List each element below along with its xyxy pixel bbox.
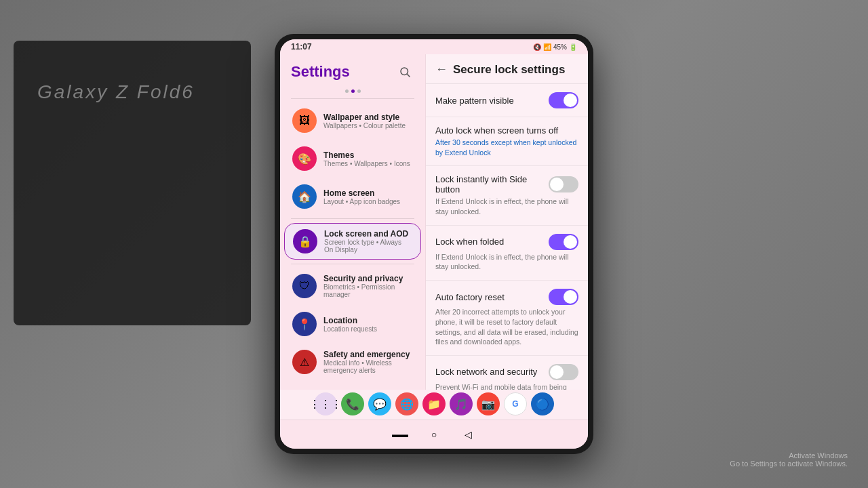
wallpaper-title: Wallpaper and style <box>323 113 413 122</box>
auto-factory-reset-subtitle: After 20 incorrect attempts to unlock yo… <box>435 307 578 347</box>
lock-icon: 🔒 <box>293 229 317 253</box>
mute-icon: 🔇 <box>533 43 541 51</box>
dock-app-phone[interactable]: 📞 <box>341 392 364 415</box>
battery-text: 45% <box>553 43 567 51</box>
dock-app-google[interactable]: G <box>504 392 527 415</box>
auto-lock-row: Auto lock when screen turns off <box>435 125 578 136</box>
make-pattern-row: Make pattern visible <box>435 92 578 108</box>
lock-screen-subtitle: Screen lock type • Always On Display <box>324 239 412 253</box>
settings-panel: Settings 🖼 <box>280 54 426 390</box>
lock-network-toggle[interactable] <box>549 364 578 380</box>
back-nav-button[interactable]: ◁ <box>458 424 478 445</box>
make-pattern-visible-item: Make pattern visible <box>426 84 588 117</box>
status-bar: 11:07 🔇 📶 45% 🔋 <box>280 39 588 54</box>
lock-when-folded-subtitle: If Extend Unlock is in effect, the phone… <box>435 252 578 272</box>
status-icons: 🔇 📶 45% 🔋 <box>533 43 577 51</box>
dock-app-music[interactable]: 🎵 <box>450 392 473 415</box>
location-text: Location Location requests <box>323 316 413 333</box>
location-subtitle: Location requests <box>323 325 413 333</box>
auto-lock-title: Auto lock when screen turns off <box>435 125 578 136</box>
wallpaper-icon: 🖼 <box>292 108 317 133</box>
lock-instantly-subtitle: If Extend Unlock is in effect, the phone… <box>435 197 578 216</box>
lock-settings-title: Secure lock settings <box>453 63 565 77</box>
dock-app-camera[interactable]: 📷 <box>477 392 500 415</box>
wallpaper-text: Wallpaper and style Wallpapers • Colour … <box>323 113 413 129</box>
lock-screen-title: Lock screen and AOD <box>324 229 412 239</box>
settings-item-lock-screen[interactable]: 🔒 Lock screen and AOD Screen lock type •… <box>284 223 421 260</box>
security-text: Security and privacy Biometrics • Permis… <box>323 274 413 298</box>
wallpaper-subtitle: Wallpapers • Colour palette <box>323 122 413 129</box>
samsung-label: Galaxy Z Fold6 <box>37 81 195 103</box>
section-divider-2 <box>291 264 414 264</box>
safety-title: Safety and emergency <box>323 350 413 359</box>
activate-windows-notice: Activate Windows Go to Settings to activ… <box>730 451 848 468</box>
battery-icon: 🔋 <box>569 43 577 51</box>
dock-app-grid[interactable]: ⋮⋮⋮ <box>314 392 337 415</box>
lock-when-folded-toggle[interactable] <box>549 234 578 250</box>
auto-factory-reset-toggle[interactable] <box>549 289 578 305</box>
location-icon: 📍 <box>292 312 317 336</box>
safety-subtitle: Medical info • Wireless emergency alerts <box>323 359 413 374</box>
lock-instantly-row: Lock instantly with Side button <box>435 174 578 195</box>
dot-3 <box>357 89 361 93</box>
recent-apps-button[interactable]: ▬▬ <box>390 424 410 445</box>
security-title: Security and privacy <box>323 274 413 283</box>
dot-2 <box>351 89 355 93</box>
back-button[interactable]: ← <box>435 62 448 77</box>
security-subtitle: Biometrics • Permission manager <box>323 283 413 298</box>
home-title: Home screen <box>323 188 413 198</box>
svg-line-1 <box>407 74 410 77</box>
home-icon: 🏠 <box>292 184 317 209</box>
lock-when-folded-row: Lock when folded <box>435 234 578 250</box>
home-text: Home screen Layout • App icon badges <box>323 188 413 205</box>
section-divider-top <box>291 98 414 99</box>
settings-item-themes[interactable]: 🎨 Themes Themes • Wallpapers • Icons <box>284 141 421 176</box>
phone-screen: 11:07 🔇 📶 45% 🔋 Settings <box>280 39 588 449</box>
auto-factory-reset-title: Auto factory reset <box>435 292 549 302</box>
safety-icon: ⚠ <box>292 350 317 374</box>
safety-text: Safety and emergency Medical info • Wire… <box>323 350 413 374</box>
lock-screen-text: Lock screen and AOD Screen lock type • A… <box>324 229 412 253</box>
content-area: Settings 🖼 <box>280 54 588 390</box>
security-icon: 🛡 <box>292 274 317 298</box>
settings-item-wallpaper[interactable]: 🖼 Wallpaper and style Wallpapers • Colou… <box>284 103 421 138</box>
search-button[interactable] <box>395 62 414 81</box>
themes-title: Themes <box>323 150 413 160</box>
pagination-dots <box>280 87 425 96</box>
lock-instantly-toggle[interactable] <box>549 176 578 192</box>
activate-line2: Go to Settings to activate Windows. <box>730 460 848 468</box>
make-pattern-title: Make pattern visible <box>435 96 549 106</box>
auto-factory-reset-row: Auto factory reset <box>435 289 578 305</box>
activate-line1: Activate Windows <box>730 451 848 460</box>
lock-when-folded-title: Lock when folded <box>435 237 549 247</box>
svg-point-0 <box>401 68 408 75</box>
phone-frame: 11:07 🔇 📶 45% 🔋 Settings <box>275 34 593 454</box>
settings-title: Settings <box>291 63 350 81</box>
settings-item-location[interactable]: 📍 Location Location requests <box>284 306 421 342</box>
signal-icon: 📶 <box>543 43 551 51</box>
themes-icon: 🎨 <box>292 146 317 171</box>
section-divider-mid <box>291 218 414 219</box>
nav-bar: ▬▬ ○ ◁ <box>280 420 588 449</box>
auto-lock-subtitle: After 30 seconds except when kept unlock… <box>435 138 578 157</box>
dock-app-folder[interactable]: 📁 <box>422 392 446 415</box>
location-title: Location <box>323 316 413 325</box>
themes-text: Themes Themes • Wallpapers • Icons <box>323 150 413 167</box>
app-dock: ⋮⋮⋮ 📞 💬 🌐 📁 🎵 📷 G 🔵 <box>280 390 588 420</box>
secure-lock-settings-panel: ← Secure lock settings Make pattern visi… <box>426 54 588 390</box>
auto-lock-item[interactable]: Auto lock when screen turns off After 30… <box>426 117 588 166</box>
lock-instantly-item: Lock instantly with Side button If Exten… <box>426 166 588 225</box>
home-button[interactable]: ○ <box>424 424 444 445</box>
settings-item-safety[interactable]: ⚠ Safety and emergency Medical info • Wi… <box>284 344 421 380</box>
settings-item-home-screen[interactable]: 🏠 Home screen Layout • App icon badges <box>284 179 421 214</box>
settings-item-security[interactable]: 🛡 Security and privacy Biometrics • Perm… <box>284 268 421 304</box>
lock-settings-header: ← Secure lock settings <box>426 54 588 84</box>
dot-1 <box>345 89 349 93</box>
dock-app-samsung[interactable]: 🔵 <box>531 392 554 415</box>
dock-app-messages[interactable]: 💬 <box>368 392 391 415</box>
themes-subtitle: Themes • Wallpapers • Icons <box>323 160 413 167</box>
lock-when-folded-item: Lock when folded If Extend Unlock is in … <box>426 226 588 281</box>
dock-app-browser[interactable]: 🌐 <box>395 392 418 415</box>
make-pattern-toggle[interactable] <box>549 92 578 108</box>
lock-network-title: Lock network and security <box>435 367 549 377</box>
